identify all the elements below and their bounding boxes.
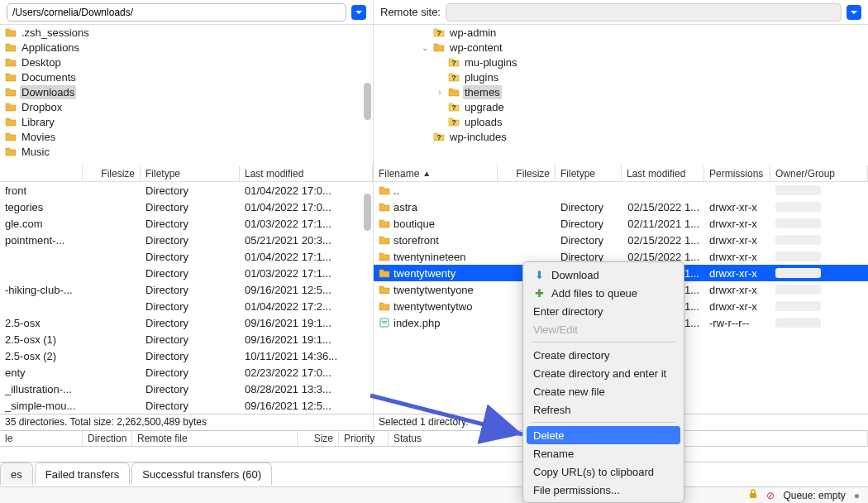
tree-item[interactable]: Applications (0, 40, 373, 55)
menu-item-label: Rename (533, 448, 574, 460)
cell-filetype: Directory (141, 201, 240, 213)
cell-name: twentytwentyone (374, 284, 498, 296)
toggle-icon[interactable]: ⊘ (766, 490, 775, 501)
col-modified[interactable]: Last modified (622, 165, 704, 181)
local-site-input[interactable] (7, 3, 346, 22)
table-row[interactable]: Directory01/04/2022 17:1... (0, 248, 373, 265)
tab-failed[interactable]: Failed transfers (35, 462, 131, 485)
col-name[interactable]: Filename▲ (374, 165, 498, 181)
remote-tree[interactable]: ?wp-admin⌄wp-content?mu-plugins?plugins›… (374, 25, 868, 165)
qcol-size[interactable]: Size (298, 431, 339, 446)
menu-item-create-directory-and-enter-it[interactable]: Create directory and enter it (523, 364, 684, 382)
menu-separator (532, 422, 675, 423)
scrollbar-thumb[interactable] (364, 83, 371, 120)
table-row[interactable]: .. (374, 182, 868, 199)
table-row[interactable]: 2.5-osxDirectory09/16/2021 19:1... (0, 314, 373, 331)
col-filesize[interactable]: Filesize (83, 165, 141, 181)
table-row[interactable]: _simple-mou...Directory09/16/2021 12:5..… (0, 397, 373, 414)
col-owner[interactable]: Owner/Group (770, 165, 868, 181)
remote-site-input[interactable] (446, 3, 842, 22)
file-grid-area: Filesize Filetype Last modified frontDir… (0, 165, 868, 414)
tree-item[interactable]: Desktop (0, 55, 373, 69)
qcol-direction[interactable]: Direction (83, 431, 132, 446)
col-filesize[interactable]: Filesize (498, 165, 556, 181)
menu-item-add-files-to-queue[interactable]: ✚Add files to queue (523, 284, 684, 302)
question-folder-icon: ? (448, 57, 460, 67)
menu-item-copy-url-s-to-clipboard[interactable]: Copy URL(s) to clipboard (523, 462, 684, 481)
table-row[interactable]: frontDirectory01/04/2022 17:0... (0, 182, 373, 199)
table-row[interactable]: -hiking-club-...Directory09/16/2021 12:5… (0, 281, 373, 298)
menu-item-label: Create directory (533, 349, 609, 362)
table-row[interactable]: boutiqueDirectory02/11/2021 1...drwxr-xr… (374, 215, 868, 232)
tree-item[interactable]: ⌄wp-content (374, 40, 868, 55)
table-row[interactable]: tegoriesDirectory01/04/2022 17:0... (0, 199, 373, 215)
col-modified[interactable]: Last modified (240, 165, 373, 181)
table-row[interactable]: 2.5-osx (1)Directory09/16/2021 19:1... (0, 331, 373, 347)
tab-queued[interactable]: es (0, 462, 33, 485)
tree-item[interactable]: ?uploads (374, 114, 868, 129)
qcol-file[interactable]: le (0, 431, 83, 446)
tree-item[interactable]: ?wp-includes (374, 129, 868, 144)
cell-name: gle.com (0, 218, 83, 230)
folder-icon (448, 87, 460, 97)
local-tree[interactable]: .zsh_sessionsApplicationsDesktopDocument… (0, 25, 374, 165)
col-filetype[interactable]: Filetype (556, 165, 622, 181)
col-perms[interactable]: Permissions (704, 165, 770, 181)
tree-item[interactable]: Music (0, 144, 373, 159)
tree-item[interactable]: .zsh_sessions (0, 25, 373, 40)
tree-item[interactable]: ›themes (374, 84, 868, 99)
tree-item[interactable]: Movies (0, 129, 373, 144)
tree-item[interactable]: ?plugins (374, 69, 868, 84)
cell-name: index.php (374, 317, 498, 329)
scrollbar-thumb[interactable] (364, 194, 371, 231)
menu-item-refresh[interactable]: Refresh (523, 400, 684, 419)
table-row[interactable]: Directory01/04/2022 17:2... (0, 298, 373, 314)
menu-item-delete[interactable]: Delete (527, 426, 680, 444)
menu-item-enter-directory[interactable]: Enter directory (523, 302, 684, 320)
folder-icon (379, 268, 390, 278)
menu-item-file-permissions[interactable]: File permissions... (523, 481, 684, 499)
context-menu[interactable]: ⬇Download✚Add files to queueEnter direct… (522, 261, 684, 503)
qcol-priority[interactable]: Priority (339, 431, 389, 446)
tree-item[interactable]: ?mu-plugins (374, 55, 868, 69)
cell-modified: 01/03/2022 17:1... (240, 267, 373, 280)
menu-item-create-new-file[interactable]: Create new file (523, 382, 684, 400)
tree-item[interactable]: ?wp-admin (374, 25, 868, 40)
local-site-dropdown[interactable] (351, 5, 366, 20)
col-name[interactable] (0, 165, 83, 181)
menu-item-download[interactable]: ⬇Download (523, 266, 684, 284)
obscured-value (775, 285, 821, 295)
col-filetype[interactable]: Filetype (141, 165, 240, 181)
table-row[interactable]: Directory01/03/2022 17:1... (0, 265, 373, 281)
cell-owner (770, 252, 868, 261)
table-row[interactable]: entyDirectory02/23/2022 17:0... (0, 364, 373, 381)
table-row[interactable]: pointment-...Directory05/21/2021 20:3... (0, 232, 373, 248)
cell-name: -hiking-club-... (0, 284, 83, 296)
cell-owner (770, 235, 868, 245)
menu-item-label: Download (551, 269, 599, 281)
cell-filetype: Directory (141, 218, 240, 230)
table-row[interactable]: 2.5-osx (2)Directory10/11/2021 14:36... (0, 347, 373, 364)
tree-item[interactable]: Downloads (0, 84, 373, 99)
local-grid-body[interactable]: frontDirectory01/04/2022 17:0...tegories… (0, 182, 373, 414)
tree-item[interactable]: Library (0, 114, 373, 129)
tree-item[interactable]: Dropbox (0, 99, 373, 114)
queue-body[interactable] (0, 447, 868, 462)
menu-item-create-directory[interactable]: Create directory (523, 346, 684, 364)
table-row[interactable]: gle.comDirectory01/03/2022 17:1... (0, 215, 373, 232)
expander-icon[interactable]: › (435, 88, 445, 97)
tab-successful[interactable]: Successful transfers (60) (131, 462, 272, 485)
menu-item-rename[interactable]: Rename (523, 444, 684, 462)
plus-icon: ✚ (533, 287, 545, 299)
table-row[interactable]: _illustration-...Directory08/28/2021 13:… (0, 381, 373, 397)
tree-item[interactable]: Documents (0, 69, 373, 84)
expander-icon[interactable]: ⌄ (420, 43, 430, 52)
queue-header: le Direction Remote file Size Priority S… (0, 430, 868, 447)
table-row[interactable]: astraDirectory02/15/2022 1...drwxr-xr-x (374, 199, 868, 215)
table-row[interactable]: storefrontDirectory02/15/2022 1...drwxr-… (374, 232, 868, 248)
menu-item-view-edit: View/Edit (523, 320, 684, 338)
remote-site-dropdown[interactable] (847, 5, 861, 20)
qcol-remote[interactable]: Remote file (132, 431, 298, 446)
tree-item-label: wp-includes (448, 130, 508, 144)
tree-item[interactable]: ?upgrade (374, 99, 868, 114)
